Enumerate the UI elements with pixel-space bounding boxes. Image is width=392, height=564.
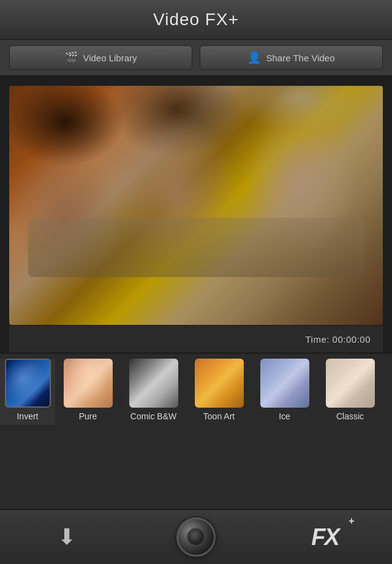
effect-classic[interactable]: Classic <box>317 359 383 425</box>
effect-comic-bw[interactable]: Comic B&W <box>121 359 186 425</box>
video-library-button[interactable]: 🎬 Video Library <box>9 45 192 70</box>
time-bar: Time: 00:00:00 <box>9 325 383 352</box>
effect-pure[interactable]: Pure <box>55 359 121 425</box>
effect-invert-label: Invert <box>17 411 38 421</box>
fx-button[interactable]: FX + <box>301 516 350 558</box>
fx-label: FX <box>311 524 339 551</box>
effect-toon-art[interactable]: Toon Art <box>186 359 252 425</box>
video-container: Time: 00:00:00 <box>0 77 392 352</box>
download-icon: ⬇ <box>58 526 76 548</box>
film-icon: 🎬 <box>64 51 78 64</box>
effect-pure-label: Pure <box>79 411 97 421</box>
effect-ice-label: Ice <box>279 411 290 421</box>
effect-ice[interactable]: Ice <box>252 359 317 425</box>
share-video-label: Share The Video <box>266 53 334 63</box>
app-title: Video FX+ <box>153 10 239 29</box>
camera-lens <box>187 528 205 546</box>
video-preview <box>9 86 383 325</box>
app-header: Video FX+ <box>0 0 392 40</box>
effect-classic-thumb <box>326 359 375 408</box>
download-button[interactable]: ⬇ <box>42 516 91 558</box>
share-video-button[interactable]: 👤 Share The Video <box>200 45 383 70</box>
effect-ice-thumb <box>260 359 309 408</box>
effects-strip: Invert Pure Comic B&W Toon Art Ice Class… <box>0 352 392 425</box>
camera-button[interactable] <box>176 517 216 557</box>
share-icon: 👤 <box>247 51 261 64</box>
effect-classic-label: Classic <box>336 411 364 421</box>
video-library-label: Video Library <box>83 53 137 63</box>
effect-toon-thumb <box>195 359 244 408</box>
fx-plus-icon: + <box>349 516 354 527</box>
video-frame[interactable] <box>9 86 383 325</box>
main-toolbar: 🎬 Video Library 👤 Share The Video <box>0 40 392 77</box>
effect-invert-thumb <box>5 359 51 408</box>
effect-toon-label: Toon Art <box>203 411 235 421</box>
effect-invert[interactable]: Invert <box>0 359 55 425</box>
effects-row: Invert Pure Comic B&W Toon Art Ice Class… <box>0 359 392 425</box>
time-display: Time: 00:00:00 <box>306 334 371 345</box>
effect-comic-thumb <box>129 359 178 408</box>
effect-comic-label: Comic B&W <box>130 411 176 421</box>
bottom-toolbar: ⬇ FX + <box>0 509 392 564</box>
effect-pure-thumb <box>64 359 113 408</box>
